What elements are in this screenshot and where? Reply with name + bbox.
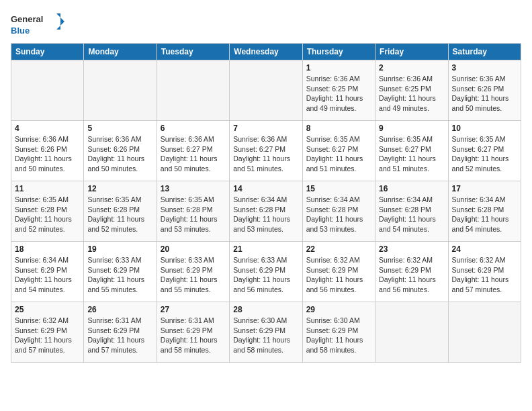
day-number: 1: [306, 63, 371, 73]
weekday-header: Friday: [375, 44, 448, 60]
day-info: Sunrise: 6:31 AMSunset: 6:29 PMDaylight:…: [87, 316, 152, 355]
calendar-cell: 2Sunrise: 6:36 AMSunset: 6:25 PMDaylight…: [375, 60, 448, 121]
day-number: 12: [87, 184, 152, 193]
calendar-cell: 17Sunrise: 6:34 AMSunset: 6:28 PMDayligh…: [448, 181, 521, 242]
day-number: 26: [87, 305, 152, 314]
calendar-week-row: 11Sunrise: 6:35 AMSunset: 6:28 PMDayligh…: [11, 181, 521, 242]
weekday-header: Saturday: [448, 44, 521, 60]
calendar-cell: 23Sunrise: 6:32 AMSunset: 6:29 PMDayligh…: [375, 242, 448, 302]
calendar-week-row: 4Sunrise: 6:36 AMSunset: 6:26 PMDaylight…: [11, 121, 521, 181]
calendar-cell: 10Sunrise: 6:35 AMSunset: 6:27 PMDayligh…: [448, 121, 521, 181]
calendar-cell: [84, 60, 157, 121]
day-info: Sunrise: 6:34 AMSunset: 6:28 PMDaylight:…: [452, 195, 517, 234]
day-info: Sunrise: 6:34 AMSunset: 6:28 PMDaylight:…: [306, 195, 371, 234]
calendar-cell: 14Sunrise: 6:34 AMSunset: 6:28 PMDayligh…: [230, 181, 302, 242]
day-info: Sunrise: 6:36 AMSunset: 6:27 PMDaylight:…: [161, 134, 226, 174]
day-info: Sunrise: 6:36 AMSunset: 6:25 PMDaylight:…: [306, 74, 371, 113]
svg-text:Blue: Blue: [11, 26, 30, 36]
day-number: 5: [87, 124, 152, 133]
day-number: 29: [306, 305, 371, 314]
calendar-cell: 13Sunrise: 6:35 AMSunset: 6:28 PMDayligh…: [157, 181, 229, 242]
calendar-cell: [448, 302, 521, 363]
weekday-header: Tuesday: [157, 44, 229, 60]
calendar-cell: 3Sunrise: 6:36 AMSunset: 6:26 PMDaylight…: [448, 60, 521, 121]
calendar-header-row: SundayMondayTuesdayWednesdayThursdayFrid…: [11, 44, 521, 60]
calendar-cell: [230, 60, 302, 121]
day-number: 25: [15, 305, 80, 314]
day-number: 3: [452, 63, 517, 73]
day-info: Sunrise: 6:33 AMSunset: 6:29 PMDaylight:…: [233, 255, 298, 295]
calendar-cell: 12Sunrise: 6:35 AMSunset: 6:28 PMDayligh…: [84, 181, 157, 242]
day-info: Sunrise: 6:35 AMSunset: 6:28 PMDaylight:…: [161, 195, 226, 234]
day-number: 4: [15, 124, 80, 133]
page-header: General Blue: [11, 11, 521, 38]
day-info: Sunrise: 6:35 AMSunset: 6:27 PMDaylight:…: [452, 134, 517, 174]
calendar-cell: 8Sunrise: 6:35 AMSunset: 6:27 PMDaylight…: [302, 121, 375, 181]
logo: General Blue: [11, 11, 64, 38]
calendar-cell: 18Sunrise: 6:34 AMSunset: 6:29 PMDayligh…: [11, 242, 84, 302]
day-info: Sunrise: 6:36 AMSunset: 6:26 PMDaylight:…: [452, 74, 517, 113]
day-number: 18: [15, 244, 80, 254]
day-info: Sunrise: 6:33 AMSunset: 6:29 PMDaylight:…: [87, 255, 152, 295]
calendar-week-row: 1Sunrise: 6:36 AMSunset: 6:25 PMDaylight…: [11, 60, 521, 121]
weekday-header: Thursday: [302, 44, 375, 60]
calendar-cell: 7Sunrise: 6:36 AMSunset: 6:27 PMDaylight…: [230, 121, 302, 181]
day-info: Sunrise: 6:36 AMSunset: 6:25 PMDaylight:…: [379, 74, 444, 113]
day-info: Sunrise: 6:35 AMSunset: 6:28 PMDaylight:…: [87, 195, 152, 234]
calendar-table: SundayMondayTuesdayWednesdayThursdayFrid…: [11, 43, 521, 363]
day-info: Sunrise: 6:36 AMSunset: 6:27 PMDaylight:…: [233, 134, 298, 174]
weekday-header: Wednesday: [230, 44, 302, 60]
calendar-cell: 6Sunrise: 6:36 AMSunset: 6:27 PMDaylight…: [157, 121, 229, 181]
calendar-cell: 22Sunrise: 6:32 AMSunset: 6:29 PMDayligh…: [302, 242, 375, 302]
calendar-cell: 15Sunrise: 6:34 AMSunset: 6:28 PMDayligh…: [302, 181, 375, 242]
calendar-cell: 19Sunrise: 6:33 AMSunset: 6:29 PMDayligh…: [84, 242, 157, 302]
calendar-cell: 11Sunrise: 6:35 AMSunset: 6:28 PMDayligh…: [11, 181, 84, 242]
day-number: 13: [161, 184, 226, 193]
calendar-cell: 26Sunrise: 6:31 AMSunset: 6:29 PMDayligh…: [84, 302, 157, 363]
day-info: Sunrise: 6:34 AMSunset: 6:28 PMDaylight:…: [379, 195, 444, 234]
calendar-cell: 16Sunrise: 6:34 AMSunset: 6:28 PMDayligh…: [375, 181, 448, 242]
day-number: 14: [233, 184, 298, 193]
day-number: 23: [379, 244, 444, 254]
day-info: Sunrise: 6:36 AMSunset: 6:26 PMDaylight:…: [87, 134, 152, 174]
day-number: 17: [452, 184, 517, 193]
calendar-cell: 24Sunrise: 6:32 AMSunset: 6:29 PMDayligh…: [448, 242, 521, 302]
day-info: Sunrise: 6:35 AMSunset: 6:27 PMDaylight:…: [306, 134, 371, 174]
calendar-cell: 1Sunrise: 6:36 AMSunset: 6:25 PMDaylight…: [302, 60, 375, 121]
day-number: 19: [87, 244, 152, 254]
day-number: 28: [233, 305, 298, 314]
day-info: Sunrise: 6:30 AMSunset: 6:29 PMDaylight:…: [233, 316, 298, 355]
day-number: 22: [306, 244, 371, 254]
calendar-cell: 25Sunrise: 6:32 AMSunset: 6:29 PMDayligh…: [11, 302, 84, 363]
day-number: 24: [452, 244, 517, 254]
logo-svg: General Blue: [11, 11, 64, 38]
weekday-header: Monday: [84, 44, 157, 60]
calendar-cell: [11, 60, 84, 121]
day-number: 15: [306, 184, 371, 193]
day-info: Sunrise: 6:30 AMSunset: 6:29 PMDaylight:…: [306, 316, 371, 355]
calendar-week-row: 25Sunrise: 6:32 AMSunset: 6:29 PMDayligh…: [11, 302, 521, 363]
day-info: Sunrise: 6:32 AMSunset: 6:29 PMDaylight:…: [452, 255, 517, 295]
calendar-cell: 29Sunrise: 6:30 AMSunset: 6:29 PMDayligh…: [302, 302, 375, 363]
day-info: Sunrise: 6:36 AMSunset: 6:26 PMDaylight:…: [15, 134, 80, 174]
day-info: Sunrise: 6:35 AMSunset: 6:27 PMDaylight:…: [379, 134, 444, 174]
day-number: 7: [233, 124, 298, 133]
calendar-cell: [157, 60, 229, 121]
calendar-cell: 20Sunrise: 6:33 AMSunset: 6:29 PMDayligh…: [157, 242, 229, 302]
day-number: 6: [161, 124, 226, 133]
weekday-header: Sunday: [11, 44, 84, 60]
svg-marker-2: [56, 13, 64, 30]
day-info: Sunrise: 6:33 AMSunset: 6:29 PMDaylight:…: [161, 255, 226, 295]
calendar-cell: 4Sunrise: 6:36 AMSunset: 6:26 PMDaylight…: [11, 121, 84, 181]
day-info: Sunrise: 6:34 AMSunset: 6:29 PMDaylight:…: [15, 255, 80, 295]
day-number: 9: [379, 124, 444, 133]
calendar-cell: [375, 302, 448, 363]
day-number: 21: [233, 244, 298, 254]
day-number: 16: [379, 184, 444, 193]
day-info: Sunrise: 6:35 AMSunset: 6:28 PMDaylight:…: [15, 195, 80, 234]
calendar-cell: 5Sunrise: 6:36 AMSunset: 6:26 PMDaylight…: [84, 121, 157, 181]
day-number: 11: [15, 184, 80, 193]
day-number: 2: [379, 63, 444, 73]
day-number: 8: [306, 124, 371, 133]
day-info: Sunrise: 6:34 AMSunset: 6:28 PMDaylight:…: [233, 195, 298, 234]
